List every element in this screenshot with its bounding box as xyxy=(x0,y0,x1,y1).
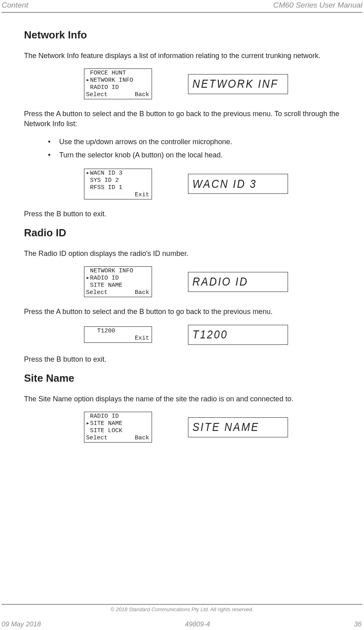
softkey-left: Select xyxy=(86,91,108,99)
segment-display-t1200: T1200 xyxy=(188,325,288,345)
lcd-text: NETWORK INFO xyxy=(90,268,149,275)
lcd-line: SITE LOCK xyxy=(84,427,152,435)
lcd-text: SITE LOCK xyxy=(90,427,149,435)
segment-text: T1200 xyxy=(192,328,228,342)
lcd-marker: ▸ xyxy=(86,420,90,427)
page-header: Content CM60 Series User Manual xyxy=(0,0,364,12)
lcd-marker xyxy=(86,70,90,77)
segment-text: WACN ID 3 xyxy=(192,177,257,191)
lcd-menu-radio-id-2: T1200 Exit xyxy=(84,326,152,343)
lcd-softkeys: Exit xyxy=(84,335,152,342)
lcd-marker xyxy=(86,413,90,420)
site-name-intro: The Site Name option displays the name o… xyxy=(24,394,344,404)
radio-id-after1: Press the A button to select and the B b… xyxy=(24,307,344,316)
radio-id-display-2: T1200 Exit T1200 xyxy=(24,325,344,345)
lcd-text: FORCE HUNT xyxy=(90,70,149,77)
lcd-marker xyxy=(86,268,90,275)
footer-row: 09 May 2018 49809-4 36 xyxy=(0,620,364,630)
lcd-menu-network-info-1: FORCE HUNT ▸NETWORK INFO RADIO ID Select… xyxy=(84,68,152,99)
lcd-marker xyxy=(86,282,90,289)
lcd-line: FORCE HUNT xyxy=(84,70,152,77)
lcd-text: RADIO ID xyxy=(90,413,149,420)
lcd-text: RADIO ID xyxy=(90,275,149,282)
softkey-right: Exit xyxy=(135,335,149,342)
lcd-text: SITE NAME xyxy=(90,282,149,289)
header-section-label: Content xyxy=(2,1,28,10)
content-area: Network Info The Network Info feature di… xyxy=(0,13,364,443)
lcd-marker xyxy=(86,427,90,435)
lcd-menu-radio-id-1: NETWORK INFO ▸RADIO ID SITE NAME SelectB… xyxy=(84,266,152,297)
lcd-text: SYS ID 2 xyxy=(90,177,149,184)
lcd-text: RFSS ID 1 xyxy=(90,184,149,191)
lcd-text: SITE NAME xyxy=(90,420,149,427)
footer-page-number: 36 xyxy=(354,620,362,628)
network-info-after2: Press the B button to exit. xyxy=(24,209,344,219)
lcd-marker: ▸ xyxy=(86,77,90,84)
lcd-line: SITE NAME xyxy=(84,282,152,289)
segment-display-network-info: NETWORK INF xyxy=(188,74,288,94)
softkey-left: Select xyxy=(86,435,108,442)
copyright-text: © 2018 Standard Communications Pty Ltd. … xyxy=(0,605,364,620)
lcd-softkeys: SelectBack xyxy=(84,91,152,99)
lcd-line: RADIO ID xyxy=(84,84,152,91)
network-info-display-1: FORCE HUNT ▸NETWORK INFO RADIO ID Select… xyxy=(24,68,344,99)
softkey-right: Exit xyxy=(135,191,149,199)
lcd-text: WACN ID 3 xyxy=(90,170,149,177)
bullet-item: Use the up/down arrows on the controller… xyxy=(48,137,344,147)
lcd-line: SYS ID 2 xyxy=(84,177,152,184)
lcd-menu-network-info-2: ▸WACN ID 3 SYS ID 2 RFSS ID 1 Exit xyxy=(84,169,152,199)
lcd-marker xyxy=(86,84,90,91)
segment-display-radio-id: RADIO ID xyxy=(188,272,288,292)
lcd-line: RFSS ID 1 xyxy=(84,184,152,191)
lcd-softkeys: Exit xyxy=(84,191,152,199)
radio-id-after2: Press the B button to exit. xyxy=(24,354,344,364)
lcd-line: T1200 xyxy=(84,328,152,335)
segment-text: SITE NAME xyxy=(192,420,259,435)
site-name-heading: Site Name xyxy=(24,372,344,384)
segment-display-wacn-id: WACN ID 3 xyxy=(188,174,288,194)
network-info-intro: The Network Info feature displays a list… xyxy=(24,51,344,60)
lcd-marker xyxy=(86,328,90,335)
lcd-softkeys: SelectBack xyxy=(84,289,152,296)
network-info-display-2: ▸WACN ID 3 SYS ID 2 RFSS ID 1 Exit WACN … xyxy=(24,169,344,199)
lcd-line: ▸SITE NAME xyxy=(84,420,152,427)
lcd-line: ▸WACN ID 3 xyxy=(84,170,152,177)
lcd-marker xyxy=(86,184,90,191)
header-manual-title: CM60 Series User Manual xyxy=(273,1,362,10)
network-info-after1: Press the A button to select and the B b… xyxy=(24,109,344,129)
bullet-item: Turn the selector knob (A button) on the… xyxy=(48,150,344,161)
page-footer: © 2018 Standard Communications Pty Ltd. … xyxy=(0,604,364,630)
page: Content CM60 Series User Manual Network … xyxy=(0,0,364,630)
lcd-marker: ▸ xyxy=(86,275,90,282)
lcd-line: NETWORK INFO xyxy=(84,268,152,275)
site-name-display-1: RADIO ID ▸SITE NAME SITE LOCK SelectBack… xyxy=(24,412,344,443)
softkey-left: Select xyxy=(86,289,108,296)
lcd-marker xyxy=(86,177,90,184)
lcd-softkeys: SelectBack xyxy=(84,435,152,442)
radio-id-heading: Radio ID xyxy=(24,227,344,239)
lcd-marker: ▸ xyxy=(86,170,90,177)
lcd-menu-site-name-1: RADIO ID ▸SITE NAME SITE LOCK SelectBack xyxy=(84,412,152,443)
radio-id-intro: The Radio ID option displays the radio's… xyxy=(24,249,344,258)
segment-text: NETWORK INF xyxy=(192,77,278,91)
lcd-line: ▸RADIO ID xyxy=(84,275,152,282)
softkey-right: Back xyxy=(135,91,149,99)
footer-doc-number: 49809-4 xyxy=(185,620,210,628)
network-info-bullets: Use the up/down arrows on the controller… xyxy=(24,137,344,161)
segment-text: RADIO ID xyxy=(192,275,248,289)
radio-id-display-1: NETWORK INFO ▸RADIO ID SITE NAME SelectB… xyxy=(24,266,344,297)
footer-date: 09 May 2018 xyxy=(2,620,41,628)
lcd-line: RADIO ID xyxy=(84,413,152,420)
softkey-right: Back xyxy=(135,289,149,296)
lcd-line: ▸NETWORK INFO xyxy=(84,77,152,84)
segment-display-site-name: SITE NAME xyxy=(188,417,288,437)
network-info-heading: Network Info xyxy=(24,29,344,41)
softkey-right: Back xyxy=(135,435,149,442)
lcd-text: T1200 xyxy=(90,328,149,335)
lcd-text: NETWORK INFO xyxy=(90,77,149,84)
lcd-text: RADIO ID xyxy=(90,84,149,91)
